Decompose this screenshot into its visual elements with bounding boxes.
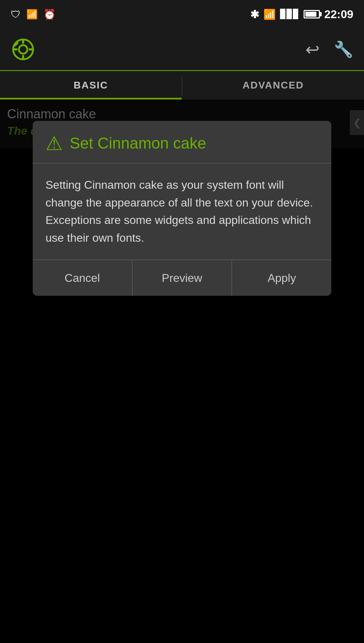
svg-rect-4 (12, 48, 17, 50)
svg-rect-3 (22, 55, 24, 60)
status-time: 22:09 (324, 8, 353, 21)
svg-point-1 (19, 45, 27, 54)
status-bar: 🛡 📶 ⏰ ✱ 📶 ▊▊▊ 22:09 (0, 0, 364, 28)
back-button[interactable]: ↩ (305, 39, 320, 59)
svg-rect-2 (22, 39, 24, 44)
signal-bars-icon: 📶 (26, 9, 38, 20)
bluetooth-icon: ✱ (250, 8, 259, 21)
app-logo (11, 37, 36, 62)
app-header: ↩ 🔧 (0, 28, 364, 71)
cancel-button[interactable]: Cancel (33, 260, 133, 296)
status-left-icons: 🛡 📶 ⏰ (11, 9, 56, 20)
svg-rect-5 (29, 48, 34, 50)
shield-icon: 🛡 (11, 9, 21, 20)
warning-icon: ⚠ (46, 134, 63, 153)
cellular-icon: ▊▊▊ (280, 9, 299, 19)
tab-basic[interactable]: BASIC (0, 71, 182, 100)
status-right-icons: ✱ 📶 ▊▊▊ 22:09 (250, 8, 353, 21)
wifi-icon: 📶 (263, 9, 276, 20)
app-logo-svg (11, 37, 36, 62)
dialog-title: Set Cinnamon cake (70, 134, 206, 152)
tab-advanced[interactable]: ADVANCED (182, 71, 364, 100)
battery-icon (304, 10, 320, 18)
tab-bar: BASIC ADVANCED (0, 71, 364, 100)
preview-button[interactable]: Preview (133, 260, 232, 296)
dialog-body: Setting Cinnamon cake as your system fon… (33, 164, 331, 260)
dialog-message: Setting Cinnamon cake as your system fon… (46, 176, 318, 247)
dialog-overlay: ⚠ Set Cinnamon cake Setting Cinnamon cak… (0, 100, 364, 643)
alarm-icon: ⏰ (43, 9, 56, 20)
apply-button[interactable]: Apply (232, 260, 331, 296)
dialog-header: ⚠ Set Cinnamon cake (33, 121, 331, 164)
dialog-footer: Cancel Preview Apply (33, 260, 331, 296)
wrench-icon[interactable]: 🔧 (334, 40, 353, 59)
header-action-icons: ↩ 🔧 (305, 39, 353, 59)
confirmation-dialog: ⚠ Set Cinnamon cake Setting Cinnamon cak… (33, 121, 331, 296)
